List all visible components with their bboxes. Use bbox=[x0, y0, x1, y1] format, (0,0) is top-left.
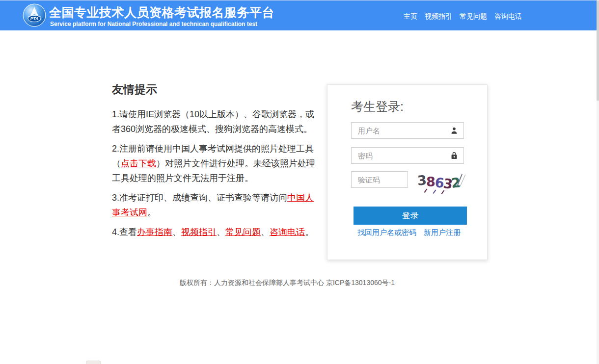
phone-link[interactable]: 咨询电话 bbox=[270, 227, 305, 237]
video-guide-link[interactable]: 视频指引 bbox=[181, 227, 217, 237]
login-title: 考生登录: bbox=[351, 99, 404, 115]
user-icon bbox=[449, 126, 459, 135]
tip-3-post: 。 bbox=[147, 208, 156, 217]
tips-title: 友情提示 bbox=[112, 82, 321, 96]
captcha-input[interactable] bbox=[351, 171, 408, 188]
new-user-register-link[interactable]: 新用户注册 bbox=[424, 228, 461, 237]
tip-4-post: 。 bbox=[305, 227, 314, 237]
tip-3: 3.准考证打印、成绩查询、证书查验等请访问中国人事考试网。 bbox=[112, 190, 321, 220]
nav-video-guide[interactable]: 视频指引 bbox=[425, 12, 452, 21]
password-input[interactable] bbox=[351, 147, 464, 164]
captcha-field-wrap bbox=[351, 171, 408, 188]
login-button[interactable]: 登录 bbox=[354, 207, 467, 225]
nav-home[interactable]: 主页 bbox=[404, 12, 417, 21]
scrollbar-thumb[interactable] bbox=[597, 0, 599, 101]
nav-phone[interactable]: 咨询电话 bbox=[494, 12, 522, 21]
page: PTA 全国专业技术人员资格考试报名服务平台 Service platform … bbox=[0, 0, 599, 364]
site-title: 全国专业技术人员资格考试报名服务平台 bbox=[49, 4, 274, 21]
site-subtitle: Service platform for National Profession… bbox=[50, 21, 257, 27]
tip-4-sep: 、 bbox=[261, 227, 270, 237]
tip-1: 1.请使用IE浏览器（10以上版本）、谷歌浏览器，或者360浏览器的极速模式、搜… bbox=[112, 107, 321, 136]
captcha-digit: 3 bbox=[417, 172, 427, 189]
pta-logo-text: PTA bbox=[30, 16, 38, 21]
username-input[interactable] bbox=[351, 122, 464, 139]
tips-section: 友情提示 1.请使用IE浏览器（10以上版本）、谷歌浏览器，或者360浏览器的极… bbox=[112, 82, 321, 244]
captcha-image[interactable]: 3 8 6 3 2 bbox=[414, 173, 465, 192]
header: PTA 全国专业技术人员资格考试报名服务平台 Service platform … bbox=[0, 0, 599, 30]
partial-bottom-element bbox=[86, 361, 101, 364]
lock-icon bbox=[449, 151, 459, 160]
nav-faq[interactable]: 常见问题 bbox=[460, 12, 487, 21]
tip-4-sep: 、 bbox=[217, 227, 225, 237]
captcha-noise-tick bbox=[424, 188, 427, 192]
pta-logo-icon: PTA bbox=[23, 3, 46, 27]
guide-link[interactable]: 办事指南 bbox=[137, 227, 172, 237]
tip-4: 4.查看办事指南、视频指引、常见问题、咨询电话。 bbox=[112, 225, 321, 239]
tip-4-sep: 、 bbox=[172, 227, 181, 237]
forgot-credentials-link[interactable]: 找回用户名或密码 bbox=[357, 228, 416, 237]
download-photo-tool-link[interactable]: 点击下载 bbox=[121, 158, 156, 168]
tip-3-pre: 3.准考证打印、成绩查询、证书查验等请访问 bbox=[112, 193, 287, 203]
tip-1-text: 1.请使用IE浏览器（10以上版本）、谷歌浏览器，或者360浏览器的极速模式、搜… bbox=[112, 109, 314, 134]
password-field-wrap bbox=[351, 147, 464, 164]
copyright-text: 版权所有：人力资源和社会保障部人事考试中心 京ICP备13013060号-1 bbox=[0, 279, 574, 287]
faq-link[interactable]: 常见问题 bbox=[225, 227, 261, 237]
username-field-wrap bbox=[351, 122, 464, 139]
tip-2: 2.注册前请使用中国人事考试网提供的照片处理工具（点击下载）对照片文件进行处理。… bbox=[112, 141, 321, 185]
captcha-digit: 2 bbox=[450, 174, 461, 192]
tip-4-pre: 4.查看 bbox=[112, 227, 137, 237]
login-card: 考生登录: 3 8 6 3 2 bbox=[327, 84, 488, 260]
header-nav: 主页 视频指引 常见问题 咨询电话 bbox=[404, 12, 522, 21]
